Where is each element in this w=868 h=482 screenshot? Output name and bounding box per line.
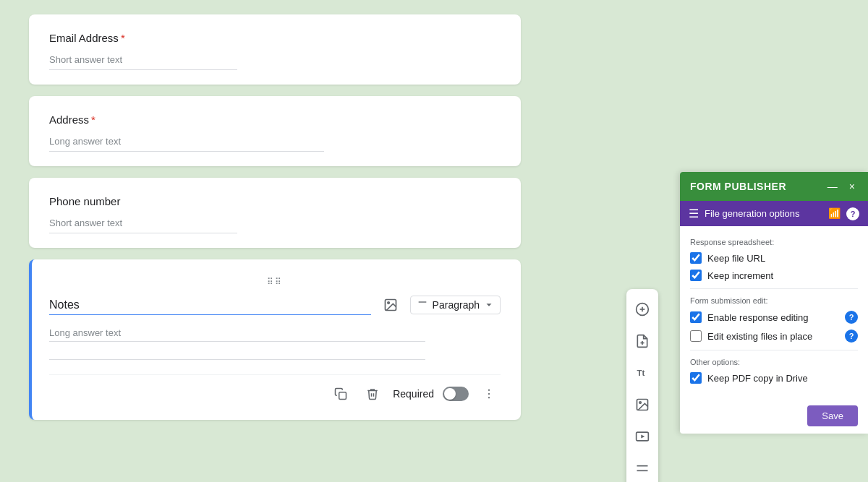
fp-header: FORM PUBLISHER — × <box>680 172 868 201</box>
keep-file-url-row: Keep file URL <box>690 252 858 264</box>
fp-body: Response spreadsheet: Keep file URL Keep… <box>680 226 868 398</box>
hamburger-icon: ☰ <box>689 207 699 220</box>
keep-pdf-label: Keep PDF copy in Drive <box>707 373 858 384</box>
fp-title: FORM PUBLISHER <box>690 181 786 192</box>
svg-point-4 <box>488 393 490 395</box>
drag-handle[interactable]: ⠿⠿ <box>49 277 501 287</box>
add-section-button[interactable] <box>626 452 658 482</box>
other-options-title: Other options: <box>690 358 858 366</box>
fp-divider-1 <box>690 288 858 289</box>
required-label: Required <box>393 388 434 400</box>
fp-nav[interactable]: ☰ File generation options 📶 ? <box>680 201 868 226</box>
delete-button[interactable] <box>361 382 384 405</box>
fp-nav-right: 📶 ? <box>828 207 859 220</box>
svg-point-5 <box>488 397 490 398</box>
add-question-button[interactable] <box>626 293 658 325</box>
fp-save-button[interactable]: Save <box>807 405 858 426</box>
email-label: Email Address* <box>49 32 501 44</box>
fp-footer: Save <box>680 398 868 434</box>
fp-nav-label: File generation options <box>705 208 800 219</box>
address-label: Address* <box>49 113 501 126</box>
required-star-address: * <box>91 113 95 126</box>
add-title-button[interactable]: Tt <box>626 357 658 389</box>
address-card: Address* Long answer text <box>29 96 521 166</box>
svg-point-13 <box>639 402 642 404</box>
enable-response-editing-checkbox[interactable] <box>690 311 702 323</box>
svg-marker-15 <box>641 435 644 439</box>
fp-header-actions: — × <box>825 181 858 192</box>
keep-increment-checkbox[interactable] <box>690 270 702 281</box>
duplicate-button[interactable] <box>329 382 352 405</box>
notes-card-bottom: Required <box>49 374 501 405</box>
enable-response-editing-row: Enable response editing ? <box>690 311 858 324</box>
import-questions-button[interactable] <box>626 325 658 357</box>
required-toggle[interactable] <box>443 387 469 401</box>
add-image-button[interactable] <box>626 389 658 421</box>
keep-increment-row: Keep increment <box>690 270 858 281</box>
required-star: * <box>121 32 125 44</box>
form-publisher-panel: FORM PUBLISHER — × ☰ File generation opt… <box>680 172 868 434</box>
paragraph-label: Paragraph <box>433 299 480 311</box>
address-hint: Long answer text <box>49 134 501 148</box>
notes-card-toolbar: Paragraph <box>49 293 501 317</box>
wifi-icon: 📶 <box>828 207 841 220</box>
svg-point-3 <box>488 390 490 391</box>
side-toolbar: Tt <box>626 289 658 482</box>
keep-pdf-checkbox[interactable] <box>690 372 702 384</box>
edit-existing-files-row: Edit existing files in place ? <box>690 330 858 343</box>
phone-card: Phone number Short answer text <box>29 178 521 248</box>
add-video-button[interactable] <box>626 421 658 452</box>
svg-point-1 <box>387 302 389 304</box>
fp-minimize-button[interactable]: — <box>825 181 841 192</box>
more-options-button[interactable] <box>477 382 501 405</box>
insert-image-button[interactable] <box>378 293 403 317</box>
notes-title-input[interactable] <box>49 296 371 315</box>
notes-hint-line1: Long answer text <box>49 326 501 340</box>
notes-card: ⠿⠿ Paragraph <box>29 259 521 420</box>
edit-existing-help-icon[interactable]: ? <box>845 330 858 343</box>
keep-file-url-label: Keep file URL <box>707 253 858 264</box>
enable-response-help-icon[interactable]: ? <box>845 311 858 324</box>
phone-label: Phone number <box>49 195 501 207</box>
keep-pdf-row: Keep PDF copy in Drive <box>690 372 858 384</box>
keep-increment-label: Keep increment <box>707 270 858 281</box>
enable-response-editing-label: Enable response editing <box>707 312 839 323</box>
fp-close-button[interactable]: × <box>846 181 858 192</box>
toggle-knob <box>444 388 456 400</box>
email-card: Email Address* Short answer text <box>29 14 521 85</box>
form-submission-title: Form submission edit: <box>690 296 858 305</box>
edit-existing-files-checkbox[interactable] <box>690 330 702 342</box>
phone-hint: Short answer text <box>49 216 501 230</box>
svg-rect-2 <box>339 392 346 400</box>
email-hint: Short answer text <box>49 53 501 66</box>
svg-text:Tt: Tt <box>637 368 645 377</box>
response-spreadsheet-title: Response spreadsheet: <box>690 238 858 246</box>
edit-existing-files-label: Edit existing files in place <box>707 331 839 342</box>
keep-file-url-checkbox[interactable] <box>690 252 702 264</box>
help-icon[interactable]: ? <box>846 207 859 220</box>
fp-divider-2 <box>690 350 858 350</box>
paragraph-select[interactable]: Paragraph <box>410 296 501 314</box>
